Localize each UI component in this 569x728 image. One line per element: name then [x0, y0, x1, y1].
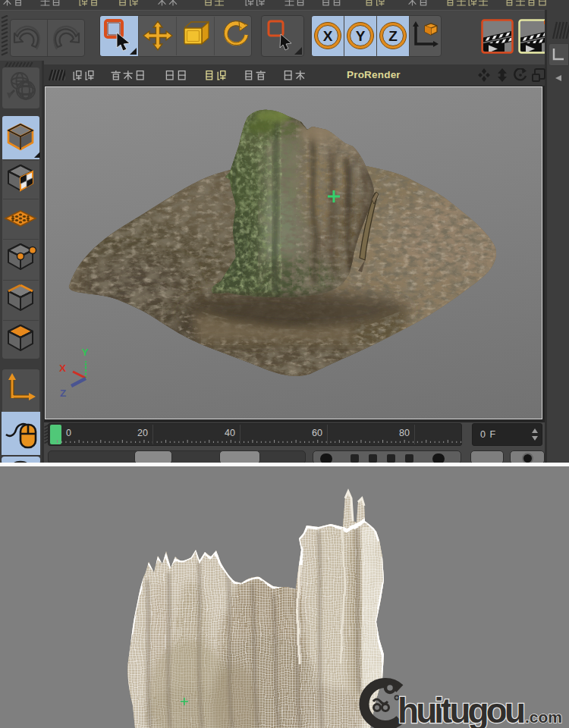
svg-text:Z: Z: [60, 388, 66, 399]
svg-text:20: 20: [137, 428, 148, 438]
svg-text:Y: Y: [356, 28, 366, 44]
svg-text:X: X: [323, 28, 333, 44]
svg-text:.com: .com: [525, 708, 562, 726]
svg-text:Z: Z: [388, 28, 398, 44]
svg-text:80: 80: [399, 428, 410, 438]
svg-text:60: 60: [312, 428, 322, 438]
svg-text:X: X: [59, 362, 66, 374]
svg-text:40: 40: [225, 428, 235, 438]
svg-text:huitugou: huitugou: [398, 691, 524, 728]
svg-text:Y: Y: [82, 347, 89, 358]
svg-text:0: 0: [66, 428, 71, 438]
